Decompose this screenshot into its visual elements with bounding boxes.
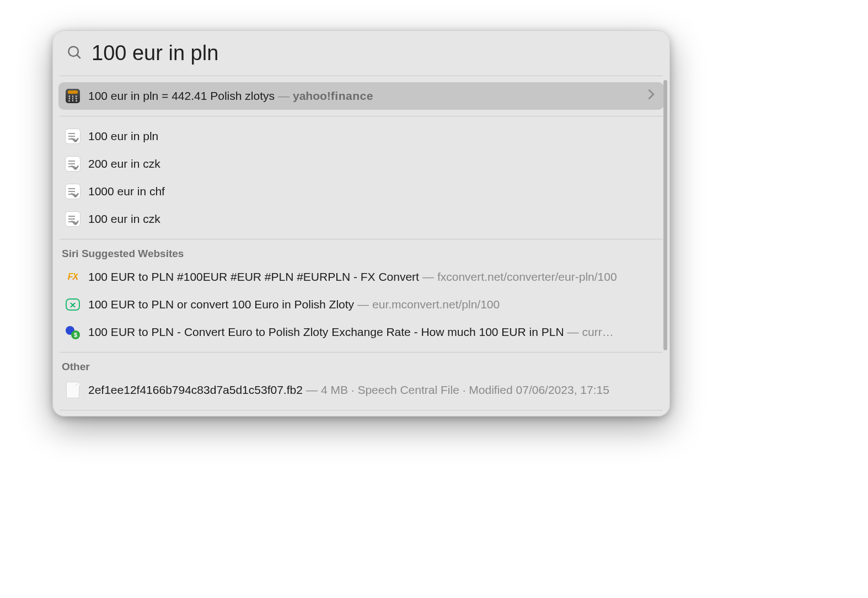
separator: — (564, 324, 582, 339)
divider (60, 116, 663, 116)
search-icon (66, 44, 83, 63)
top-hit-result[interactable]: 100 eur in pln = 442.41 Polish zlotys — … (58, 82, 664, 110)
section-header-siri: Siri Suggested Websites (58, 245, 664, 263)
history-icon (65, 184, 81, 199)
history-item-label: 100 eur in pln (88, 129, 158, 143)
search-row (53, 31, 669, 74)
separator: — (303, 382, 321, 397)
history-icon (65, 211, 81, 227)
currency-convert-icon: $ (65, 324, 81, 340)
history-item[interactable]: 100 eur in czk (58, 205, 664, 233)
history-item-label: 100 eur in czk (88, 211, 160, 226)
results-list: 100 eur in pln = 442.41 Polish zlotys — … (53, 74, 669, 416)
divider (60, 352, 663, 353)
siri-item-url: curr… (582, 324, 614, 339)
section-header-other: Other (58, 359, 664, 376)
svg-line-1 (77, 55, 80, 58)
spotlight-window: 100 eur in pln = 442.41 Polish zlotys — … (52, 30, 670, 417)
separator: — (354, 297, 372, 312)
search-input[interactable] (90, 41, 656, 66)
file-meta: 4 MB · Speech Central File · Modified 07… (321, 382, 609, 397)
other-file-item[interactable]: 2ef1ee12f4166b794c83d7a5d1c53f07.fb2 — 4… (58, 376, 664, 404)
siri-item-url: eur.mconvert.net/pln/100 (372, 297, 500, 312)
history-item[interactable]: 1000 eur in chf (58, 178, 664, 205)
divider (60, 76, 663, 76)
history-item[interactable]: 200 eur in czk (58, 150, 664, 178)
top-hit-text: 100 eur in pln = 442.41 Polish zlotys (88, 88, 275, 103)
scrollbar[interactable] (663, 80, 667, 350)
separator: — (419, 269, 437, 284)
siri-item-url: fxconvert.net/converter/eur-pln/100 (437, 269, 617, 284)
divider (60, 239, 663, 239)
siri-website-item[interactable]: FX 100 EUR to PLN #100EUR #EUR #PLN #EUR… (58, 263, 664, 291)
siri-item-title: 100 EUR to PLN or convert 100 Euro in Po… (88, 297, 354, 312)
siri-website-item[interactable]: 100 EUR to PLN or convert 100 Euro in Po… (58, 291, 664, 318)
file-icon (65, 382, 81, 398)
siri-website-item[interactable]: $ 100 EUR to PLN - Convert Euro to Polis… (58, 318, 664, 346)
history-icon (65, 156, 81, 172)
chevron-right-icon (647, 88, 657, 103)
mconvert-icon (65, 297, 81, 312)
divider (60, 410, 663, 410)
separator: — (275, 88, 293, 103)
history-icon (65, 129, 81, 144)
siri-item-title: 100 EUR to PLN #100EUR #EUR #PLN #EURPLN… (88, 269, 419, 284)
top-hit-source: yahoo!finance (293, 88, 373, 103)
siri-item-title: 100 EUR to PLN - Convert Euro to Polish … (88, 324, 564, 339)
file-name: 2ef1ee12f4166b794c83d7a5d1c53f07.fb2 (88, 382, 303, 397)
history-item-label: 1000 eur in chf (88, 184, 165, 199)
calculator-icon (65, 88, 81, 104)
fx-convert-icon: FX (65, 269, 81, 285)
history-item[interactable]: 100 eur in pln (58, 122, 664, 150)
history-item-label: 200 eur in czk (88, 156, 160, 171)
